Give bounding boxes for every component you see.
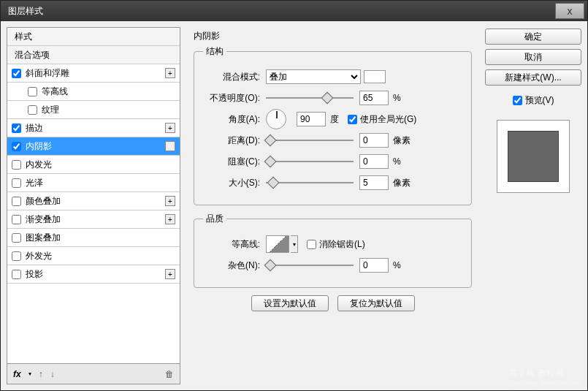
blend-mode-label: 混合模式: [203, 71, 260, 83]
style-item[interactable]: 渐变叠加+ [7, 210, 180, 229]
panel-title: 内阴影 [194, 30, 472, 42]
new-style-button[interactable]: 新建样式(W)... [485, 69, 581, 86]
blend-mode-select[interactable]: 叠加 [266, 69, 361, 84]
preview-input[interactable] [513, 96, 522, 105]
style-item[interactable]: 斜面和浮雕+ [7, 64, 180, 83]
style-checkbox[interactable] [12, 270, 21, 279]
contour-dropdown-icon[interactable]: ▾ [291, 235, 298, 253]
style-item[interactable]: 外发光 [7, 247, 180, 265]
action-panel: 确定 取消 新建样式(W)... 预览(V) [485, 27, 581, 384]
style-checkbox[interactable] [28, 87, 37, 96]
style-label: 斜面和浮雕 [26, 67, 165, 80]
style-checkbox[interactable] [12, 233, 21, 243]
add-effect-icon[interactable]: + [165, 269, 175, 279]
structure-legend: 结构 [203, 45, 226, 58]
ok-button[interactable]: 确定 [485, 29, 581, 45]
style-label: 颜色叠加 [26, 195, 165, 208]
contour-label: 等高线: [203, 238, 260, 251]
global-light-checkbox[interactable]: 使用全局光(G) [348, 113, 416, 126]
style-label: 等高线 [42, 86, 175, 98]
style-item[interactable]: 内阴影+ [7, 137, 180, 156]
style-item[interactable]: 投影+ [7, 265, 180, 284]
cancel-button[interactable]: 取消 [485, 49, 581, 65]
close-button[interactable]: x [555, 3, 584, 19]
noise-slider[interactable] [266, 259, 354, 271]
quality-group: 品质 等高线: ▾ 消除锯齿(L) 杂色(N): % [194, 213, 472, 288]
style-checkbox[interactable] [12, 160, 21, 170]
style-label: 光泽 [26, 177, 175, 189]
distance-row: 距离(D): 像素 [203, 131, 462, 150]
size-row: 大小(S): 像素 [203, 173, 462, 192]
dropdown-icon[interactable]: ▾ [28, 371, 31, 377]
distance-unit: 像素 [393, 134, 411, 147]
blending-options-header[interactable]: 混合选项 [7, 46, 180, 64]
global-light-input[interactable] [348, 115, 357, 124]
styles-list: 样式 混合选项 斜面和浮雕+等高线纹理描边+内阴影+内发光光泽颜色叠加+渐变叠加… [7, 28, 180, 363]
style-item[interactable]: 描边+ [7, 119, 180, 137]
style-item[interactable]: 光泽 [7, 174, 180, 192]
antialias-checkbox[interactable]: 消除锯齿(L) [307, 238, 365, 251]
choke-label: 阻塞(C): [203, 156, 260, 168]
style-item[interactable]: 图案叠加 [7, 229, 180, 247]
style-checkbox[interactable] [28, 105, 37, 115]
up-arrow-icon[interactable]: ↑ [39, 369, 43, 379]
style-label: 投影 [26, 268, 165, 281]
style-item[interactable]: 纹理 [7, 101, 180, 119]
choke-input[interactable] [359, 154, 389, 169]
opacity-unit: % [393, 93, 401, 103]
style-checkbox[interactable] [12, 124, 21, 133]
style-checkbox[interactable] [12, 142, 21, 151]
angle-input[interactable] [297, 112, 326, 126]
style-checkbox[interactable] [12, 69, 21, 78]
distance-slider[interactable] [266, 134, 354, 146]
add-effect-icon[interactable]: + [165, 141, 175, 151]
dialog-body: 样式 混合选项 斜面和浮雕+等高线纹理描边+内阴影+内发光光泽颜色叠加+渐变叠加… [1, 21, 587, 390]
trash-icon[interactable]: 🗑 [165, 369, 174, 379]
angle-unit: 度 [330, 113, 339, 126]
distance-input[interactable] [359, 133, 389, 148]
size-slider[interactable] [266, 177, 354, 189]
quality-legend: 品质 [203, 213, 226, 225]
preview-checkbox[interactable]: 预览(V) [485, 94, 581, 107]
add-effect-icon[interactable]: + [165, 214, 175, 224]
opacity-row: 不透明度(O): % [203, 88, 462, 107]
angle-label: 角度(A): [203, 113, 260, 126]
opacity-slider[interactable] [266, 92, 354, 104]
close-icon: x [568, 5, 573, 17]
style-item[interactable]: 等高线 [7, 83, 180, 101]
make-default-button[interactable]: 设置为默认值 [251, 295, 329, 311]
style-label: 纹理 [42, 104, 175, 116]
style-label: 描边 [26, 122, 165, 134]
opacity-input[interactable] [359, 91, 389, 105]
noise-input[interactable] [359, 258, 389, 273]
style-label: 内阴影 [26, 140, 165, 153]
styles-header[interactable]: 样式 [7, 28, 180, 46]
down-arrow-icon[interactable]: ↓ [50, 369, 55, 379]
angle-dial[interactable] [266, 109, 286, 129]
preview-swatch [508, 131, 559, 182]
antialias-input[interactable] [307, 240, 316, 249]
noise-unit: % [393, 260, 401, 270]
add-effect-icon[interactable]: + [165, 68, 175, 78]
style-checkbox[interactable] [12, 251, 21, 261]
size-unit: 像素 [393, 177, 411, 189]
size-label: 大小(S): [203, 177, 260, 189]
add-effect-icon[interactable]: + [165, 123, 175, 133]
style-checkbox[interactable] [12, 197, 21, 206]
style-checkbox[interactable] [12, 215, 21, 224]
add-effect-icon[interactable]: + [165, 196, 175, 206]
blend-mode-row: 混合模式: 叠加 [203, 67, 462, 86]
size-input[interactable] [359, 175, 389, 190]
color-swatch[interactable] [364, 70, 386, 83]
style-item[interactable]: 内发光 [7, 156, 180, 174]
reset-default-button[interactable]: 复位为默认值 [337, 295, 415, 311]
window-title: 图层样式 [8, 5, 43, 18]
choke-slider[interactable] [266, 156, 354, 167]
styles-panel: 样式 混合选项 斜面和浮雕+等高线纹理描边+内阴影+内发光光泽颜色叠加+渐变叠加… [7, 27, 180, 384]
style-label: 图案叠加 [26, 232, 175, 244]
style-checkbox[interactable] [12, 178, 21, 188]
contour-picker[interactable] [266, 235, 289, 253]
style-label: 外发光 [26, 250, 175, 262]
fx-icon[interactable]: fx [13, 369, 21, 379]
style-item[interactable]: 颜色叠加+ [7, 192, 180, 210]
